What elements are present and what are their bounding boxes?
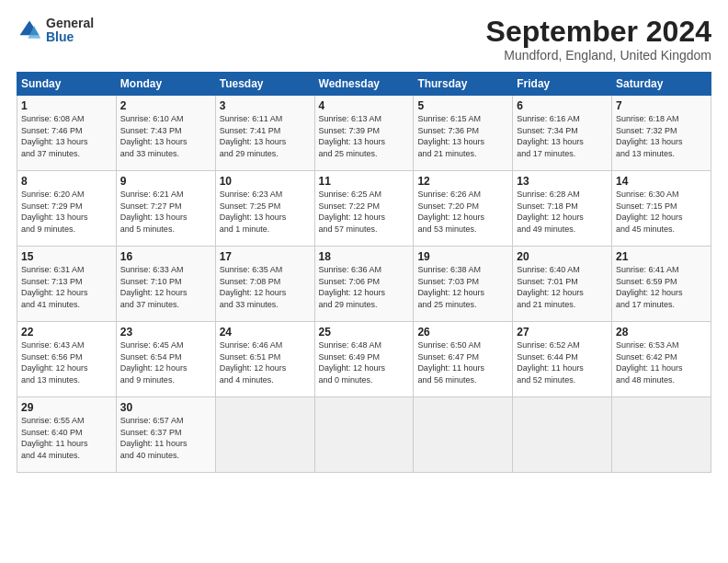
day-number: 14 — [616, 175, 707, 188]
title-block: September 2024 Mundford, England, United… — [486, 17, 711, 63]
calendar-header-wednesday: Wednesday — [314, 73, 414, 96]
day-number: 17 — [220, 250, 311, 263]
logo-text: General Blue — [46, 17, 94, 45]
calendar-cell — [612, 397, 711, 473]
day-info: Sunrise: 6:30 AM Sunset: 7:15 PM Dayligh… — [616, 189, 707, 235]
calendar-cell: 10Sunrise: 6:23 AM Sunset: 7:25 PM Dayli… — [215, 171, 314, 247]
day-number: 7 — [616, 99, 707, 112]
calendar-week-row: 15Sunrise: 6:31 AM Sunset: 7:13 PM Dayli… — [17, 247, 711, 322]
day-info: Sunrise: 6:46 AM Sunset: 6:51 PM Dayligh… — [220, 339, 311, 385]
month-title: September 2024 — [486, 17, 711, 46]
day-number: 26 — [417, 326, 508, 339]
calendar-cell: 6Sunrise: 6:16 AM Sunset: 7:34 PM Daylig… — [513, 96, 612, 171]
calendar-cell: 17Sunrise: 6:35 AM Sunset: 7:08 PM Dayli… — [215, 247, 314, 322]
day-info: Sunrise: 6:16 AM Sunset: 7:34 PM Dayligh… — [517, 113, 608, 159]
calendar-cell: 14Sunrise: 6:30 AM Sunset: 7:15 PM Dayli… — [612, 171, 711, 247]
calendar-cell: 26Sunrise: 6:50 AM Sunset: 6:47 PM Dayli… — [414, 322, 513, 397]
day-info: Sunrise: 6:43 AM Sunset: 6:56 PM Dayligh… — [21, 339, 112, 385]
day-info: Sunrise: 6:13 AM Sunset: 7:39 PM Dayligh… — [319, 113, 410, 159]
day-info: Sunrise: 6:21 AM Sunset: 7:27 PM Dayligh… — [120, 189, 211, 235]
day-info: Sunrise: 6:41 AM Sunset: 6:59 PM Dayligh… — [616, 264, 707, 310]
calendar-header-sunday: Sunday — [17, 73, 117, 96]
day-info: Sunrise: 6:18 AM Sunset: 7:32 PM Dayligh… — [616, 113, 707, 159]
logo-icon — [17, 17, 42, 43]
calendar-header-saturday: Saturday — [612, 73, 711, 96]
calendar-cell: 13Sunrise: 6:28 AM Sunset: 7:18 PM Dayli… — [513, 171, 612, 247]
day-info: Sunrise: 6:20 AM Sunset: 7:29 PM Dayligh… — [21, 189, 112, 235]
day-number: 27 — [517, 326, 608, 339]
calendar-cell: 12Sunrise: 6:26 AM Sunset: 7:20 PM Dayli… — [414, 171, 513, 247]
day-info: Sunrise: 6:35 AM Sunset: 7:08 PM Dayligh… — [220, 264, 311, 310]
day-info: Sunrise: 6:48 AM Sunset: 6:49 PM Dayligh… — [319, 339, 410, 385]
day-number: 1 — [21, 99, 112, 112]
day-number: 2 — [120, 99, 211, 112]
day-number: 6 — [517, 99, 608, 112]
day-info: Sunrise: 6:57 AM Sunset: 6:37 PM Dayligh… — [120, 415, 211, 461]
day-number: 12 — [417, 175, 508, 188]
location: Mundford, England, United Kingdom — [486, 48, 711, 63]
calendar-header-tuesday: Tuesday — [215, 73, 314, 96]
day-number: 25 — [319, 326, 410, 339]
calendar-cell: 20Sunrise: 6:40 AM Sunset: 7:01 PM Dayli… — [513, 247, 612, 322]
calendar-table: SundayMondayTuesdayWednesdayThursdayFrid… — [17, 72, 711, 473]
day-info: Sunrise: 6:52 AM Sunset: 6:44 PM Dayligh… — [517, 339, 608, 385]
calendar-cell: 9Sunrise: 6:21 AM Sunset: 7:27 PM Daylig… — [116, 171, 215, 247]
day-number: 23 — [120, 326, 211, 339]
day-number: 24 — [220, 326, 311, 339]
calendar-cell: 3Sunrise: 6:11 AM Sunset: 7:41 PM Daylig… — [215, 96, 314, 171]
calendar-cell: 23Sunrise: 6:45 AM Sunset: 6:54 PM Dayli… — [116, 322, 215, 397]
day-number: 29 — [21, 401, 112, 414]
calendar-cell: 29Sunrise: 6:55 AM Sunset: 6:40 PM Dayli… — [17, 397, 117, 473]
day-number: 20 — [517, 250, 608, 263]
day-number: 16 — [120, 250, 211, 263]
calendar-cell — [314, 397, 414, 473]
header: General Blue September 2024 Mundford, En… — [17, 17, 711, 63]
calendar-header-thursday: Thursday — [414, 73, 513, 96]
day-info: Sunrise: 6:40 AM Sunset: 7:01 PM Dayligh… — [517, 264, 608, 310]
day-info: Sunrise: 6:11 AM Sunset: 7:41 PM Dayligh… — [220, 113, 311, 159]
calendar-header-row: SundayMondayTuesdayWednesdayThursdayFrid… — [17, 73, 711, 96]
calendar-cell: 22Sunrise: 6:43 AM Sunset: 6:56 PM Dayli… — [17, 322, 117, 397]
calendar-cell: 7Sunrise: 6:18 AM Sunset: 7:32 PM Daylig… — [612, 96, 711, 171]
calendar-header-friday: Friday — [513, 73, 612, 96]
calendar-cell: 21Sunrise: 6:41 AM Sunset: 6:59 PM Dayli… — [612, 247, 711, 322]
calendar-cell: 1Sunrise: 6:08 AM Sunset: 7:46 PM Daylig… — [17, 96, 117, 171]
logo: General Blue — [17, 17, 94, 45]
day-number: 10 — [220, 175, 311, 188]
calendar-cell: 30Sunrise: 6:57 AM Sunset: 6:37 PM Dayli… — [116, 397, 215, 473]
day-number: 18 — [319, 250, 410, 263]
day-info: Sunrise: 6:23 AM Sunset: 7:25 PM Dayligh… — [220, 189, 311, 235]
page: General Blue September 2024 Mundford, En… — [0, 0, 728, 563]
day-number: 9 — [120, 175, 211, 188]
day-number: 8 — [21, 175, 112, 188]
day-number: 21 — [616, 250, 707, 263]
calendar-week-row: 22Sunrise: 6:43 AM Sunset: 6:56 PM Dayli… — [17, 322, 711, 397]
calendar-cell: 24Sunrise: 6:46 AM Sunset: 6:51 PM Dayli… — [215, 322, 314, 397]
day-info: Sunrise: 6:08 AM Sunset: 7:46 PM Dayligh… — [21, 113, 112, 159]
calendar-cell — [414, 397, 513, 473]
calendar-cell: 4Sunrise: 6:13 AM Sunset: 7:39 PM Daylig… — [314, 96, 414, 171]
calendar-cell: 15Sunrise: 6:31 AM Sunset: 7:13 PM Dayli… — [17, 247, 117, 322]
calendar-cell: 18Sunrise: 6:36 AM Sunset: 7:06 PM Dayli… — [314, 247, 414, 322]
day-info: Sunrise: 6:38 AM Sunset: 7:03 PM Dayligh… — [417, 264, 508, 310]
calendar-week-row: 29Sunrise: 6:55 AM Sunset: 6:40 PM Dayli… — [17, 397, 711, 473]
calendar-cell: 2Sunrise: 6:10 AM Sunset: 7:43 PM Daylig… — [116, 96, 215, 171]
calendar-cell — [215, 397, 314, 473]
calendar-cell: 27Sunrise: 6:52 AM Sunset: 6:44 PM Dayli… — [513, 322, 612, 397]
day-number: 22 — [21, 326, 112, 339]
day-info: Sunrise: 6:53 AM Sunset: 6:42 PM Dayligh… — [616, 339, 707, 385]
day-number: 11 — [319, 175, 410, 188]
day-number: 13 — [517, 175, 608, 188]
day-info: Sunrise: 6:45 AM Sunset: 6:54 PM Dayligh… — [120, 339, 211, 385]
day-info: Sunrise: 6:10 AM Sunset: 7:43 PM Dayligh… — [120, 113, 211, 159]
day-number: 4 — [319, 99, 410, 112]
day-number: 30 — [120, 401, 211, 414]
day-info: Sunrise: 6:50 AM Sunset: 6:47 PM Dayligh… — [417, 339, 508, 385]
day-info: Sunrise: 6:25 AM Sunset: 7:22 PM Dayligh… — [319, 189, 410, 235]
day-info: Sunrise: 6:55 AM Sunset: 6:40 PM Dayligh… — [21, 415, 112, 461]
day-info: Sunrise: 6:15 AM Sunset: 7:36 PM Dayligh… — [417, 113, 508, 159]
day-info: Sunrise: 6:36 AM Sunset: 7:06 PM Dayligh… — [319, 264, 410, 310]
calendar-cell: 16Sunrise: 6:33 AM Sunset: 7:10 PM Dayli… — [116, 247, 215, 322]
day-number: 15 — [21, 250, 112, 263]
calendar-cell: 28Sunrise: 6:53 AM Sunset: 6:42 PM Dayli… — [612, 322, 711, 397]
